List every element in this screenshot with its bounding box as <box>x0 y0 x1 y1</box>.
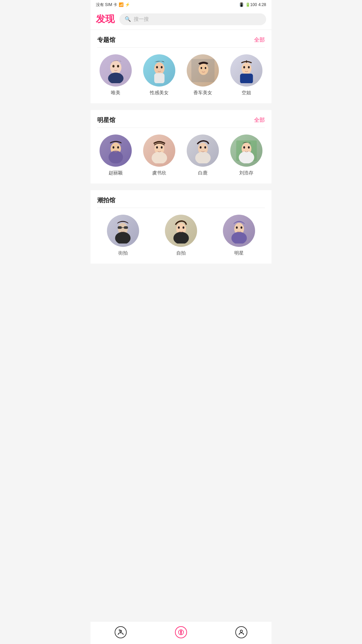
list-item[interactable]: 白鹿 <box>181 135 225 176</box>
svg-point-33 <box>248 146 249 149</box>
page-title: 发现 <box>96 13 115 25</box>
list-item[interactable]: 刘浩存 <box>225 135 268 176</box>
battery-icon: 🔋100 <box>245 2 257 7</box>
avatar <box>165 215 197 247</box>
item-label: 自拍 <box>176 250 186 256</box>
svg-point-46 <box>240 226 242 229</box>
section-stars: 明星馆 全部 赵丽颖 <box>90 110 272 183</box>
list-item[interactable]: 街拍 <box>94 215 152 256</box>
svg-point-42 <box>182 226 184 229</box>
section-special-header: 专题馆 全部 <box>90 30 272 47</box>
list-item[interactable]: 赵丽颖 <box>94 135 137 176</box>
avatar <box>100 54 132 87</box>
item-label: 唯美 <box>111 90 120 96</box>
item-label: 空姐 <box>242 90 251 96</box>
item-label: 白鹿 <box>198 170 207 176</box>
avatar <box>100 135 132 167</box>
avatar <box>143 135 175 167</box>
status-left: 没有 SIM 卡 📶 ⚡ <box>96 2 130 8</box>
gap-3 <box>90 267 272 274</box>
section-stars-more[interactable]: 全部 <box>254 117 265 124</box>
svg-point-15 <box>248 66 249 68</box>
list-item[interactable]: 自拍 <box>152 215 210 256</box>
section-fashion-header: 潮拍馆 <box>90 190 272 208</box>
status-right: 📳 🔋100 4:28 <box>239 2 266 7</box>
item-label: 刘浩存 <box>239 170 253 176</box>
item-label: 赵丽颖 <box>109 170 123 176</box>
content-area: 专题馆 全部 唯美 <box>90 30 272 301</box>
svg-point-1 <box>108 72 123 83</box>
svg-point-28 <box>204 146 206 149</box>
svg-point-40 <box>173 232 189 244</box>
svg-point-7 <box>161 66 162 68</box>
svg-rect-5 <box>154 73 165 84</box>
avatar <box>187 54 219 87</box>
list-item[interactable]: 性感美女 <box>137 54 181 96</box>
sim-status: 没有 SIM 卡 <box>96 2 117 8</box>
svg-point-38 <box>115 232 131 244</box>
svg-point-0 <box>110 61 121 74</box>
svg-point-45 <box>236 226 238 229</box>
item-label: 香车美女 <box>193 90 212 96</box>
search-bar[interactable]: 🔍 搜一搜 <box>119 13 266 25</box>
section-fashion-title: 潮拍馆 <box>97 196 115 204</box>
wifi-icon: 📶 <box>119 2 124 7</box>
avatar <box>143 54 175 87</box>
avatar <box>187 135 219 167</box>
svg-point-26 <box>195 152 210 163</box>
svg-point-12 <box>241 62 251 74</box>
vibrate-icon: 📳 <box>239 2 244 7</box>
svg-point-18 <box>108 151 123 163</box>
list-item[interactable]: 明星 <box>210 215 268 256</box>
svg-point-2 <box>112 65 114 67</box>
svg-point-10 <box>200 67 202 69</box>
section-special-more[interactable]: 全部 <box>254 37 265 44</box>
header: 发现 🔍 搜一搜 <box>90 9 272 30</box>
section-special-grid: 唯美 性感美女 <box>90 48 272 103</box>
svg-point-3 <box>117 65 119 67</box>
svg-rect-36 <box>124 226 128 229</box>
search-placeholder-text: 搜一搜 <box>134 16 149 22</box>
section-stars-title: 明星馆 <box>97 116 115 124</box>
list-item[interactable]: 空姐 <box>225 54 268 96</box>
section-stars-header: 明星馆 全部 <box>90 110 272 127</box>
svg-point-11 <box>204 67 206 69</box>
time: 4:28 <box>258 2 266 7</box>
svg-point-14 <box>243 66 245 68</box>
svg-point-22 <box>152 152 167 163</box>
svg-point-24 <box>161 146 162 149</box>
avatar <box>223 215 255 247</box>
section-stars-grid: 赵丽颖 虞书欣 <box>90 128 272 183</box>
item-label: 性感美女 <box>150 90 169 96</box>
status-bar: 没有 SIM 卡 📶 ⚡ 📳 🔋100 4:28 <box>90 0 272 9</box>
item-label: 明星 <box>234 250 244 256</box>
svg-point-41 <box>178 226 179 229</box>
list-item[interactable]: 唯美 <box>94 54 137 96</box>
svg-point-6 <box>156 66 158 68</box>
list-item[interactable]: 虞书欣 <box>137 135 181 176</box>
item-label: 街拍 <box>118 250 128 256</box>
svg-point-32 <box>243 146 245 149</box>
avatar <box>230 135 262 167</box>
svg-rect-35 <box>118 226 122 229</box>
section-fashion-grid: 街拍 自拍 <box>90 208 272 264</box>
avatar <box>107 215 139 247</box>
svg-point-23 <box>156 146 158 149</box>
search-icon: 🔍 <box>125 16 131 22</box>
svg-point-44 <box>231 232 247 244</box>
svg-point-19 <box>112 146 114 149</box>
svg-rect-13 <box>240 73 253 83</box>
svg-point-27 <box>199 146 201 149</box>
section-fashion: 潮拍馆 街拍 <box>90 190 272 264</box>
item-label: 虞书欣 <box>152 170 166 176</box>
usb-icon: ⚡ <box>125 2 130 7</box>
gap-1 <box>90 107 272 110</box>
avatar <box>230 54 262 87</box>
list-item[interactable]: 香车美女 <box>181 54 225 96</box>
gap-2 <box>90 187 272 190</box>
section-special: 专题馆 全部 唯美 <box>90 30 272 103</box>
svg-point-20 <box>117 146 119 149</box>
svg-point-31 <box>239 151 254 164</box>
svg-point-4 <box>154 62 165 74</box>
section-special-title: 专题馆 <box>97 36 115 44</box>
